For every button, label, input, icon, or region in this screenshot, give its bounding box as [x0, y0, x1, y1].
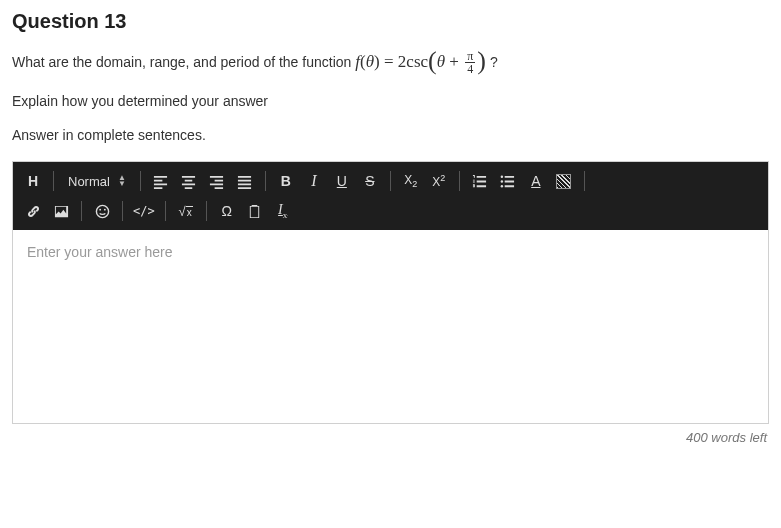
- unordered-list-button[interactable]: [494, 167, 522, 195]
- prompt-suffix: ?: [490, 54, 498, 70]
- italic-button[interactable]: I: [300, 167, 328, 195]
- paste-button[interactable]: [241, 197, 269, 225]
- underline-button[interactable]: U: [328, 167, 356, 195]
- superscript-button[interactable]: X2: [425, 167, 453, 195]
- image-icon: [54, 204, 69, 219]
- rich-text-editor: H Normal ▲▼ B I U S: [12, 161, 769, 424]
- separator: [81, 201, 82, 221]
- math-button[interactable]: √x: [172, 197, 200, 225]
- format-dropdown[interactable]: Normal ▲▼: [60, 174, 134, 189]
- image-button[interactable]: [47, 197, 75, 225]
- toolbar-row-1: H Normal ▲▼ B I U S: [19, 166, 762, 196]
- separator: [122, 201, 123, 221]
- toolbar-row-2: </> √x Ω Ix: [19, 196, 762, 226]
- formula-fraction: π 4: [465, 50, 475, 75]
- bold-button[interactable]: B: [272, 167, 300, 195]
- prompt-line-1: What are the domain, range, and period o…: [12, 49, 769, 75]
- question-title: Question 13: [12, 10, 769, 33]
- formula-var: θ: [437, 52, 445, 72]
- clipboard-icon: [247, 204, 262, 219]
- link-button[interactable]: [19, 197, 47, 225]
- separator: [459, 171, 460, 191]
- separator: [390, 171, 391, 191]
- unordered-list-icon: [500, 174, 515, 189]
- formula: f(θ) = 2csc ( θ + π 4 ): [355, 49, 486, 75]
- emoji-icon: [95, 204, 110, 219]
- align-justify-icon: [237, 174, 252, 189]
- text-color-button[interactable]: A: [522, 167, 550, 195]
- highlight-button[interactable]: [550, 167, 578, 195]
- align-right-button[interactable]: [203, 167, 231, 195]
- svg-point-2: [501, 184, 503, 186]
- heading-button[interactable]: H: [19, 167, 47, 195]
- align-center-icon: [181, 174, 196, 189]
- svg-point-0: [501, 175, 503, 177]
- clear-format-icon: Ix: [278, 202, 287, 220]
- svg-point-4: [99, 208, 101, 210]
- svg-point-5: [103, 208, 105, 210]
- format-label: Normal: [68, 174, 110, 189]
- fraction-numerator: π: [465, 50, 475, 63]
- svg-point-3: [96, 205, 108, 217]
- separator: [53, 171, 54, 191]
- clear-format-button[interactable]: Ix: [269, 197, 297, 225]
- word-count-label: 400 words left: [12, 430, 769, 445]
- formula-lhs: f(θ) = 2csc: [355, 52, 428, 72]
- right-paren-icon: ): [477, 48, 486, 74]
- align-left-icon: [153, 174, 168, 189]
- separator: [206, 201, 207, 221]
- align-center-button[interactable]: [175, 167, 203, 195]
- prompt-prefix: What are the domain, range, and period o…: [12, 54, 351, 70]
- formula-plus: +: [445, 52, 463, 72]
- updown-icon: ▲▼: [118, 175, 126, 187]
- editor-toolbar: H Normal ▲▼ B I U S: [13, 162, 768, 230]
- align-justify-button[interactable]: [231, 167, 259, 195]
- prompt-line-2: Explain how you determined your answer: [12, 93, 769, 109]
- prompt-line-3: Answer in complete sentences.: [12, 127, 769, 143]
- separator: [584, 171, 585, 191]
- answer-textarea[interactable]: [13, 230, 768, 420]
- special-char-button[interactable]: Ω: [213, 197, 241, 225]
- link-icon: [26, 204, 41, 219]
- subscript-button[interactable]: X2: [397, 167, 425, 195]
- highlight-icon: [556, 174, 571, 189]
- align-right-icon: [209, 174, 224, 189]
- separator: [140, 171, 141, 191]
- separator: [165, 201, 166, 221]
- left-paren-icon: (: [428, 48, 437, 74]
- ordered-list-button[interactable]: [466, 167, 494, 195]
- svg-point-1: [501, 180, 503, 182]
- code-button[interactable]: </>: [129, 197, 159, 225]
- sqrt-icon: √x: [179, 204, 193, 219]
- strikethrough-button[interactable]: S: [356, 167, 384, 195]
- fraction-denominator: 4: [465, 63, 475, 75]
- align-left-button[interactable]: [147, 167, 175, 195]
- ordered-list-icon: [472, 174, 487, 189]
- separator: [265, 171, 266, 191]
- emoji-button[interactable]: [88, 197, 116, 225]
